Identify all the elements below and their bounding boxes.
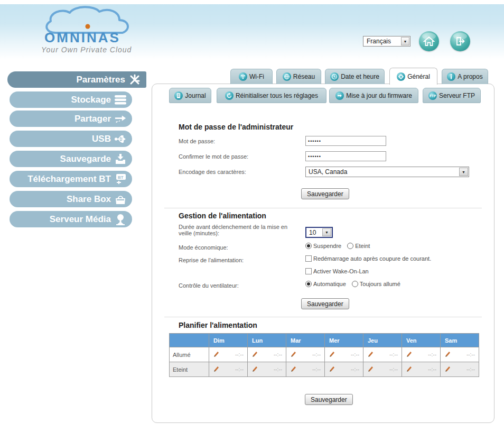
save-password-button[interactable]: Sauvegarder [301,188,349,199]
edit-pencil-icon[interactable] [367,365,374,373]
schedule-row-on: Allumé --:-- --:-- --:-- --:-- --:-- --:… [170,347,479,362]
logo-title: OMNINAS [44,30,120,46]
schedule-time: --:-- [274,366,282,372]
panel-content: Mot de passe de l'administrateur Mot de … [152,84,494,423]
encoding-select[interactable]: USA, Canada ▼ [305,167,469,177]
tab-serveur-ftp[interactable]: FTP Serveur FTP [423,88,481,103]
schedule-time: --:-- [351,366,359,372]
gear-icon [397,72,405,81]
edit-pencil-icon[interactable] [328,365,335,373]
edit-pencil-icon[interactable] [251,351,258,359]
eco-mode-label: Mode économique: [179,244,228,251]
row-label: Eteint [170,362,209,377]
storage-icon [114,94,127,106]
radio-toujours-allume[interactable] [352,281,358,287]
edit-pencil-icon[interactable] [328,351,335,359]
radio-eteint[interactable] [347,243,353,249]
language-select[interactable]: Français ▼ [363,36,410,47]
sidebar-item-parametres[interactable]: Paramètres [7,71,146,88]
home-button[interactable] [419,31,439,51]
day-header: Ven [402,334,441,347]
tab-label: Mise à jour du firmware [346,92,412,99]
sidebar-item-label: Share Box [67,194,111,205]
sidebar-item-label: Sauvegarde [60,154,111,164]
edit-pencil-icon[interactable] [405,365,412,373]
logout-button[interactable] [450,31,470,51]
sleep-delay-select[interactable]: 10 ▼ [305,227,333,238]
resume-checkbox-row-2: Activer Wake-On-Lan [305,268,369,274]
power-resume-label: Reprise de l'alimentation: [179,257,244,263]
tab-date-heure[interactable]: Date et heure [325,69,385,84]
radio-suspendre[interactable] [305,243,312,249]
tools-icon [128,73,141,86]
checkbox-restart-auto[interactable] [305,255,312,262]
resume-checkbox-row-1: Redémarrage auto après coupure de couran… [305,255,431,262]
schedule-time: --:-- [312,366,321,372]
sidebar-item-partager[interactable]: Partager [10,111,132,127]
edit-pencil-icon[interactable] [290,351,296,359]
sidebar-item-stockage[interactable]: Stockage [10,91,132,108]
tab-reinitialiser[interactable]: Réinitialiser tous les réglages [217,88,326,103]
power-schedule-table: Dim Lun Mar Mer Jeu Ven Sam Allumé --:--… [169,333,479,377]
edit-pencil-icon[interactable] [212,365,219,373]
checkbox-wake-on-lan[interactable] [305,268,312,274]
edit-pencil-icon[interactable] [251,365,258,373]
tab-label: Général [407,73,430,80]
sidebar-item-serveur-media[interactable]: Serveur Média [10,211,132,227]
schedule-time: --:-- [351,352,359,357]
sidebar-item-share-box[interactable]: Share Box [10,191,132,207]
sidebar-item-sauvegarde[interactable]: Sauvegarde [10,151,132,167]
sidebar-item-label: Stockage [71,95,111,105]
section-divider [164,208,482,208]
clock-icon [330,72,339,81]
tab-general[interactable]: Général [389,68,437,85]
schedule-time: --:-- [274,352,282,357]
confirm-password-input[interactable]: •••••• [305,151,386,161]
sidebar-item-usb[interactable]: USB [10,131,132,147]
radio-suspendre-label: Suspendre [313,243,341,249]
sidebar-item-label: Paramètres [76,75,125,85]
sidebar-item-telechargement-bt[interactable]: Téléchargement BT BT [10,171,132,187]
tab-wifi[interactable]: Wi-Fi [230,69,273,84]
media-server-icon [114,213,127,226]
tab-reseau[interactable]: Réseau [276,69,321,84]
share-box-icon [114,193,127,206]
checkbox-wake-on-lan-label: Activer Wake-On-Lan [313,268,369,274]
tab-label: Réinitialiser tous les réglages [236,92,318,99]
logout-icon [454,36,466,47]
schedule-time: --:-- [235,352,244,357]
reset-icon [225,91,234,100]
save-power-button[interactable]: Sauvegarder [301,298,349,309]
save-schedule-button[interactable]: Sauvegarder [305,394,353,405]
tab-a-propos[interactable]: A propos [442,69,488,84]
ftp-icon: FTP [428,91,437,100]
password-input[interactable]: •••••• [305,136,386,146]
schedule-row-off: Eteint --:-- --:-- --:-- --:-- --:-- --:… [170,362,479,377]
edit-pencil-icon[interactable] [444,351,451,359]
radio-automatique[interactable] [305,281,312,287]
sleep-delay-value: 10 [306,229,322,236]
sidebar-item-label: Partager [74,114,111,124]
tab-label: Wi-Fi [249,73,264,80]
edit-pencil-icon[interactable] [290,365,296,373]
radio-eteint-label: Eteint [355,243,370,249]
encoding-label: Encodage des caractères: [179,169,246,175]
edit-pencil-icon[interactable] [367,351,374,359]
chevron-down-icon: ▼ [459,168,468,176]
row-label: Allumé [170,347,209,362]
password-section-title: Mot de passe de l'administrateur [179,123,293,131]
tab-journal[interactable]: Journal [169,88,211,103]
edit-pencil-icon[interactable] [405,351,412,359]
svg-text:FTP: FTP [430,94,436,98]
schedule-section-title: Planifier l'alimentation [179,321,257,329]
logo-tagline: Your Own Private Cloud [41,45,132,54]
tab-mise-a-jour-firmware[interactable]: Mise à jour du firmware [329,88,418,103]
edit-pencil-icon[interactable] [444,365,451,373]
fan-control-options: Automatique Toujours allumé [305,281,400,287]
tab-label: Date et heure [341,73,379,80]
sidebar-item-label: USB [92,134,111,144]
edit-pencil-icon[interactable] [212,351,219,359]
sidebar-item-label: Téléchargement BT [27,174,111,185]
omninas-settings-page: OMNINAS Your Own Private Cloud Français … [0,0,504,432]
eco-mode-options: Suspendre Eteint [305,243,370,249]
